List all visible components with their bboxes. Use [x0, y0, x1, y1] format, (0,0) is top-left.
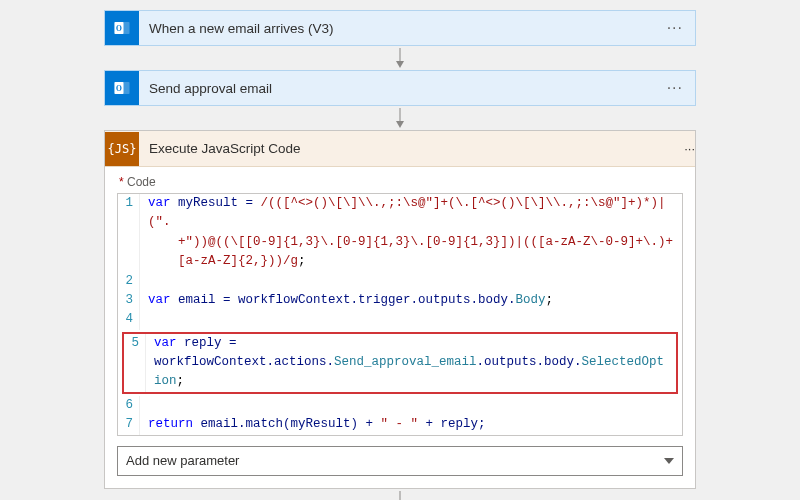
svg-text:O: O [116, 84, 122, 93]
more-menu-icon[interactable]: ··· [655, 80, 695, 96]
more-menu-icon[interactable]: ··· [684, 141, 695, 156]
outlook-icon: O [105, 11, 139, 45]
svg-text:O: O [116, 24, 122, 33]
dropdown-label: Add new parameter [126, 453, 239, 468]
code-field-label: * Code [119, 175, 683, 189]
code-highlight-box: 5 var reply = workflowContext.actions.Se… [122, 332, 678, 394]
step-title: Send approval email [139, 81, 655, 96]
outlook-icon: O [105, 71, 139, 105]
line-number: 5 [124, 334, 146, 353]
chevron-down-icon [664, 458, 674, 464]
line-number: 1 [118, 194, 140, 233]
code-editor[interactable]: 1 var myResult = /(([^<>()\[\]\\.,;:\s@"… [117, 193, 683, 436]
javascript-icon: {JS} [105, 132, 139, 166]
step-header[interactable]: {JS} Execute JavaScript Code ··· [105, 131, 695, 167]
line-number: 7 [118, 415, 140, 434]
step-email-trigger[interactable]: O When a new email arrives (V3) ··· [104, 10, 696, 46]
step-title: Execute JavaScript Code [139, 141, 684, 156]
line-number: 4 [118, 310, 140, 329]
add-parameter-dropdown[interactable]: Add new parameter [117, 446, 683, 476]
step-send-approval[interactable]: O Send approval email ··· [104, 70, 696, 106]
flow-arrow [104, 46, 696, 70]
line-number: 3 [118, 291, 140, 310]
step-execute-js-expanded: {JS} Execute JavaScript Code ··· * Code … [104, 130, 696, 489]
step-title: When a new email arrives (V3) [139, 21, 655, 36]
line-number: 6 [118, 396, 140, 415]
flow-arrow [104, 489, 696, 501]
more-menu-icon[interactable]: ··· [655, 20, 695, 36]
line-number: 2 [118, 272, 140, 291]
flow-arrow [104, 106, 696, 130]
